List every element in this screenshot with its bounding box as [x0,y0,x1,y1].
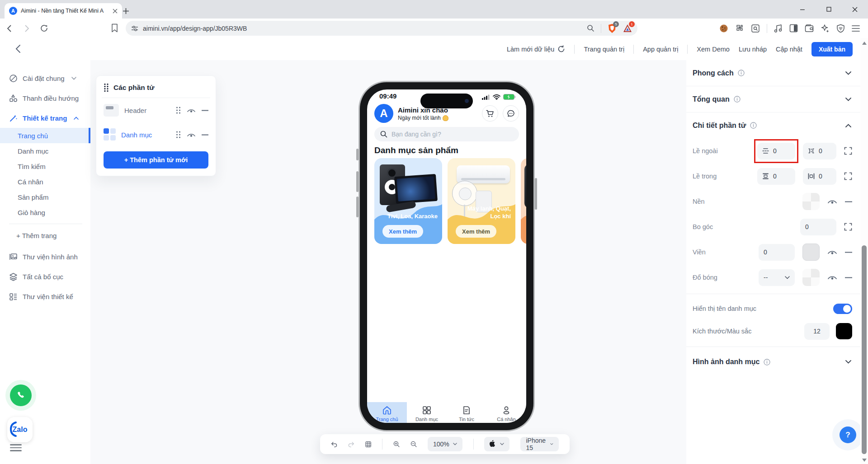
media-icon[interactable] [774,24,783,33]
scrollbar-up-arrow[interactable] [862,42,867,45]
remove-minus-icon[interactable] [845,201,852,202]
grid-toggle-icon[interactable] [365,440,371,449]
sidebar-page-search[interactable]: Tìm kiếm [0,159,90,174]
sidebar-page-products[interactable]: Sản phẩm [0,189,90,205]
search-page-icon[interactable] [587,24,594,32]
nav-news[interactable]: Tin tức [447,402,486,423]
drag-handle-icon[interactable] [176,131,181,138]
drag-handle-icon[interactable] [104,83,109,92]
new-tab-button[interactable] [119,5,132,17]
sidebar-collapse-menu-icon[interactable] [10,444,22,451]
sidebar-page-cart[interactable]: Giỏ hàng [0,205,90,220]
url-bar[interactable]: aimini.vn/app/design-app/Jb05R3WB 5 1 [126,21,637,36]
expand-corners-icon[interactable] [844,147,852,155]
sidebar-page-home[interactable]: Trang chủ [0,128,90,143]
section-element-details[interactable]: Chi tiết phần tử [686,112,860,138]
see-more-button[interactable]: Xem thêm [456,225,496,238]
brave-shield-icon[interactable]: 5 [608,23,617,33]
see-more-button[interactable]: Xem thêm [382,225,423,238]
sidebar-item-design-library[interactable]: Thư viện thiết kế [0,286,90,306]
nav-profile[interactable]: Cá nhân [486,402,526,423]
visibility-eye-icon[interactable] [827,198,837,205]
search-in-window-icon[interactable] [751,24,760,33]
category-card-tv-audio[interactable]: Tivi, Loa, Karaoke Xem thêm [374,158,442,244]
remove-minus-icon[interactable] [202,134,208,136]
phone-screen[interactable]: 09:49 A Aimini xin chào Ngày mới tốt làn… [367,89,526,423]
element-row-categories[interactable]: Danh mục [104,122,208,147]
visibility-eye-icon[interactable] [827,249,837,255]
scrollbar-down-arrow[interactable] [862,459,867,462]
app-search-bar[interactable]: Bạn đang cần gì? [374,127,519,141]
cart-button[interactable] [482,105,498,122]
section-style[interactable]: Phong cách [686,60,860,86]
site-settings-icon[interactable] [131,25,138,32]
zoom-in-icon[interactable] [393,440,400,449]
url-text[interactable]: aimini.vn/app/design-app/Jb05R3WB [143,25,247,32]
shadow-select[interactable]: -- [759,269,795,286]
window-minimize-button[interactable] [789,0,816,19]
corner-radius-input[interactable]: 0 [800,219,836,235]
sidebar-item-all-layouts[interactable]: Tất cả bố cục [0,267,90,286]
text-color-swatch[interactable] [836,323,852,339]
browser-menu-icon[interactable] [852,25,860,32]
element-row-header[interactable]: Header [104,98,208,122]
browser-tab[interactable]: A Aimini - Nền tảng Thiết Kế Mini A [5,3,122,19]
font-size-input[interactable]: 12 [804,323,830,340]
help-button[interactable]: ? [840,427,856,443]
outer-margin-horizontal-input[interactable]: 0 [803,143,836,159]
bookmark-icon[interactable] [111,23,118,33]
nav-categories[interactable]: Danh mục [407,402,447,423]
chat-button[interactable] [503,105,519,122]
zoom-level-dropdown[interactable]: 100% [428,437,462,451]
platform-dropdown[interactable] [484,437,509,451]
border-color-swatch[interactable] [802,244,820,261]
add-element-button[interactable]: + Thêm phần tử mới [104,151,208,169]
window-close-button[interactable] [842,0,868,19]
app-back-icon[interactable] [14,43,24,54]
tab-close-icon[interactable] [113,9,118,14]
refresh-data-button[interactable]: Làm mới dữ liệu [507,45,565,53]
nav-home[interactable]: Trang chủ [367,402,407,423]
brave-rewards-icon[interactable]: 1 [623,24,632,33]
update-button[interactable]: Cập nhật [776,46,802,53]
visibility-eye-icon[interactable] [827,274,837,281]
section-overview[interactable]: Tổng quan [686,86,860,112]
cookie-icon[interactable] [719,24,728,33]
browser-back-icon[interactable] [5,24,14,33]
border-width-input[interactable]: 0 [759,244,795,261]
save-draft-button[interactable]: Lưu nháp [739,46,767,53]
visibility-eye-icon[interactable] [187,132,196,138]
leo-ai-sparkles-icon[interactable] [821,24,830,33]
sidebar-page-categories[interactable]: Danh mục [0,143,90,159]
visibility-eye-icon[interactable] [187,108,196,113]
admin-page-button[interactable]: Trang quản trị [584,46,624,53]
publish-button[interactable]: Xuất bản [811,42,853,56]
sidebar-item-image-library[interactable]: Thư viện hình ảnh [0,247,90,267]
shadow-color-swatch[interactable] [802,269,820,286]
window-maximize-button[interactable] [816,0,842,19]
show-category-name-toggle[interactable] [833,304,852,314]
remove-minus-icon[interactable] [845,252,852,253]
remove-minus-icon[interactable] [845,277,852,278]
inner-margin-horizontal-input[interactable]: 0 [803,168,836,185]
zoom-out-icon[interactable] [410,440,417,449]
zalo-button[interactable]: Zalo [7,417,33,442]
background-color-swatch[interactable] [802,193,820,210]
sidebar-item-navigation-bar[interactable]: Thanh điều hướng [0,88,90,108]
sidebar-item-page-design[interactable]: Thiết kế trang [0,108,90,128]
undo-icon[interactable] [331,441,337,448]
admin-app-button[interactable]: App quản trị [643,46,678,53]
vpn-shield-icon[interactable] [836,24,845,33]
sidebar-panel-icon[interactable] [789,24,798,33]
scrollbar-thumb[interactable] [862,245,867,454]
inner-margin-vertical-input[interactable]: 0 [757,168,795,185]
section-category-images[interactable]: Hình ảnh danh mục [686,351,860,373]
remove-minus-icon[interactable] [202,110,208,111]
redo-icon[interactable] [348,441,354,448]
browser-reload-icon[interactable] [40,24,48,33]
expand-corners-icon[interactable] [844,172,852,180]
extensions-puzzle-icon[interactable] [735,24,744,33]
browser-forward-icon[interactable] [23,24,31,33]
drag-handle-icon[interactable] [176,107,181,114]
view-demo-button[interactable]: Xem Demo [697,46,730,53]
